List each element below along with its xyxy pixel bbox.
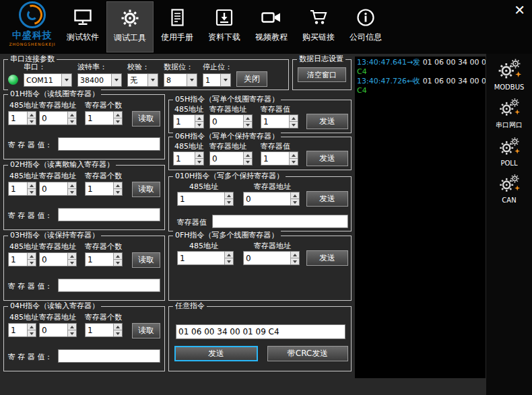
addr-485-input[interactable]: [9, 324, 27, 336]
port-select[interactable]: COM11: [24, 73, 72, 87]
sidebar-item-serial-ethernet[interactable]: 串口网口: [496, 97, 523, 130]
register-count-spinner[interactable]: [85, 111, 123, 125]
addr-485-spinner[interactable]: [177, 192, 234, 206]
spinner-up-icon[interactable]: [244, 152, 252, 159]
addr-485-input[interactable]: [178, 252, 224, 264]
spinner-up-icon[interactable]: [290, 115, 298, 122]
toolbar-item-user-manual[interactable]: 使用手册: [154, 1, 201, 52]
spinner-up-icon[interactable]: [28, 324, 36, 330]
spinner-down-icon[interactable]: [68, 330, 76, 336]
spinner-up-icon[interactable]: [291, 252, 299, 258]
spinner-down-icon[interactable]: [28, 260, 36, 266]
toolbar-item-debug-tools[interactable]: 调试工具: [106, 1, 154, 52]
toolbar-item-purchase-link[interactable]: 购买链接: [295, 1, 342, 52]
read-button[interactable]: 读取: [132, 182, 160, 197]
register-count-input[interactable]: [86, 324, 113, 336]
register-address-input[interactable]: [244, 192, 290, 205]
register-count-spinner[interactable]: [85, 182, 123, 196]
toolbar-item-video-tutorial[interactable]: 视频教程: [248, 1, 295, 52]
addr-485-spinner[interactable]: [177, 251, 234, 265]
spinner-up-icon[interactable]: [68, 253, 76, 260]
sidebar-item-can[interactable]: CAN: [498, 173, 521, 204]
addr-485-spinner[interactable]: [8, 323, 36, 337]
spinner-up-icon[interactable]: [244, 115, 252, 122]
register-value-spinner[interactable]: [261, 114, 298, 129]
register-address-input[interactable]: [210, 115, 243, 128]
register-address-input[interactable]: [40, 324, 67, 336]
spinner-up-icon[interactable]: [114, 112, 122, 118]
addr-485-spinner[interactable]: [8, 111, 36, 125]
toolbar-item-downloads[interactable]: 资料下载: [201, 1, 248, 52]
spinner-up-icon[interactable]: [28, 182, 36, 189]
addr-485-input[interactable]: [9, 182, 27, 195]
spinner-up-icon[interactable]: [114, 253, 122, 260]
toolbar-item-company-info[interactable]: 公司信息: [342, 1, 389, 52]
databits-select[interactable]: 8: [164, 73, 197, 87]
register-count-spinner[interactable]: [85, 323, 123, 337]
spinner-down-icon[interactable]: [114, 260, 122, 266]
read-button[interactable]: 读取: [132, 111, 160, 127]
addr-485-input[interactable]: [174, 152, 195, 165]
spinner-down-icon[interactable]: [114, 330, 122, 336]
toolbar-item-test-software[interactable]: 测试软件: [59, 1, 106, 52]
spinner-down-icon[interactable]: [291, 258, 299, 264]
spinner-up-icon[interactable]: [290, 152, 298, 159]
spinner-down-icon[interactable]: [225, 258, 233, 264]
register-value-input[interactable]: [58, 349, 160, 363]
register-count-input[interactable]: [86, 253, 113, 266]
register-value-spinner[interactable]: [261, 151, 298, 166]
spinner-down-icon[interactable]: [28, 189, 36, 195]
spinner-down-icon[interactable]: [291, 199, 299, 205]
spinner-down-icon[interactable]: [114, 118, 122, 124]
register-address-input[interactable]: [210, 152, 243, 165]
spinner-down-icon[interactable]: [244, 122, 252, 128]
stopbits-select[interactable]: 1: [203, 73, 231, 87]
spinner-down-icon[interactable]: [290, 122, 298, 128]
register-address-spinner[interactable]: [39, 252, 77, 266]
spinner-down-icon[interactable]: [68, 118, 76, 124]
spinner-up-icon[interactable]: [291, 192, 299, 199]
read-button[interactable]: 读取: [132, 323, 160, 338]
register-address-input[interactable]: [244, 252, 290, 264]
register-value-input[interactable]: [58, 208, 160, 221]
addr-485-spinner[interactable]: [8, 182, 36, 196]
register-address-spinner[interactable]: [209, 114, 253, 129]
register-address-spinner[interactable]: [39, 111, 77, 125]
spinner-up-icon[interactable]: [114, 182, 122, 189]
addr-485-input[interactable]: [9, 112, 27, 124]
close-button[interactable]: ✕: [514, 3, 525, 17]
send-button[interactable]: 发送: [306, 250, 348, 266]
register-value-input[interactable]: [58, 137, 160, 151]
spinner-up-icon[interactable]: [195, 152, 203, 159]
addr-485-input[interactable]: [174, 115, 195, 128]
custom-command-input[interactable]: [176, 324, 345, 339]
register-count-input[interactable]: [86, 182, 113, 195]
spinner-down-icon[interactable]: [225, 199, 233, 205]
spinner-up-icon[interactable]: [225, 192, 233, 199]
addr-485-input[interactable]: [178, 192, 224, 205]
spinner-down-icon[interactable]: [195, 159, 203, 165]
spinner-up-icon[interactable]: [68, 182, 76, 189]
register-address-spinner[interactable]: [243, 192, 300, 206]
data-log-output[interactable]: 13:40:47.641→发 01 06 00 34 00 01 09 C4 1…: [355, 57, 486, 378]
register-value-input[interactable]: [261, 115, 289, 128]
register-value-input[interactable]: [212, 215, 348, 228]
sidebar-item-poll[interactable]: POLL: [498, 136, 521, 167]
spinner-up-icon[interactable]: [28, 112, 36, 118]
register-address-spinner[interactable]: [39, 182, 77, 196]
addr-485-spinner[interactable]: [173, 151, 204, 166]
send-with-crc-button[interactable]: 带CRC发送: [267, 346, 348, 361]
spinner-down-icon[interactable]: [68, 260, 76, 266]
register-address-spinner[interactable]: [243, 251, 300, 265]
spinner-down-icon[interactable]: [28, 330, 36, 336]
spinner-down-icon[interactable]: [28, 118, 36, 124]
send-button[interactable]: 发送: [174, 346, 258, 361]
register-address-input[interactable]: [40, 253, 67, 266]
register-address-spinner[interactable]: [39, 323, 77, 337]
register-count-input[interactable]: [86, 112, 113, 124]
addr-485-input[interactable]: [9, 253, 27, 266]
clear-log-button[interactable]: 清空窗口: [298, 67, 346, 82]
spinner-up-icon[interactable]: [195, 115, 203, 122]
spinner-down-icon[interactable]: [244, 159, 252, 165]
register-value-input[interactable]: [261, 152, 289, 165]
